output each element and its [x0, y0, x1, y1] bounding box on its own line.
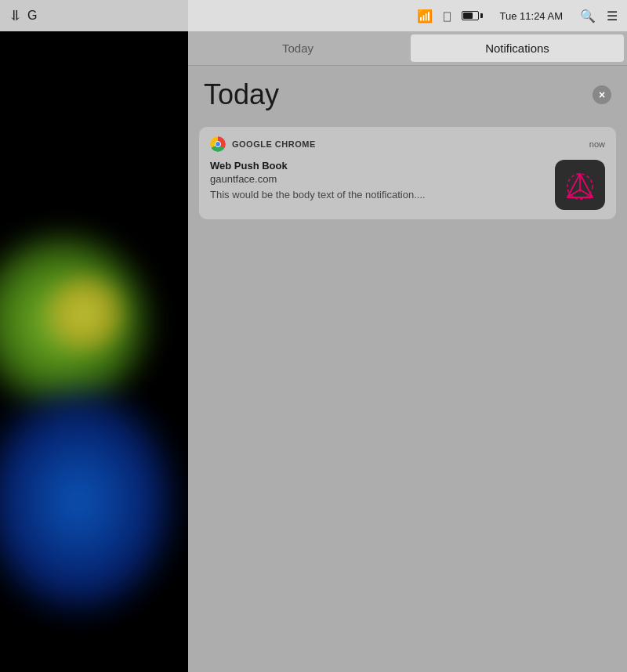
notification-site: gauntface.com [210, 173, 545, 185]
app-name: GOOGLE CHROME [232, 139, 589, 149]
card-body: Web Push Book gauntface.com This would b… [210, 160, 605, 210]
search-icon[interactable]: 🔍 [580, 9, 596, 23]
card-header: GOOGLE CHROME now [210, 136, 605, 152]
menubar-time: Tue 11:24 AM [500, 10, 563, 22]
chrome-icon [210, 136, 226, 152]
notification-body: This would be the body text of the notif… [210, 188, 545, 202]
today-header: Today × [188, 66, 627, 121]
battery-icon [462, 11, 483, 20]
notification-text: Web Push Book gauntface.com This would b… [210, 160, 545, 202]
notification-title: Web Push Book [210, 160, 545, 172]
notification-timestamp: now [589, 139, 605, 149]
tab-today[interactable]: Today [191, 34, 404, 62]
menubar: ⥥ G 📶 ⎕ Tue 11:24 AM 🔍 ☰ [0, 0, 627, 31]
tab-notifications[interactable]: Notifications [411, 34, 624, 62]
notification-app-icon [555, 160, 605, 210]
today-title: Today [204, 78, 279, 111]
notification-center-panel: Today Notifications Today × GOOGLE CHROM… [188, 31, 627, 672]
close-button[interactable]: × [593, 85, 611, 104]
paper-plane-icon [563, 168, 597, 202]
airplay-icon[interactable]: ⎕ [444, 9, 451, 23]
notification-card[interactable]: GOOGLE CHROME now Web Push Book gauntfac… [199, 127, 616, 219]
wifi-icon[interactable]: 📶 [417, 9, 433, 23]
google-icon[interactable]: G [27, 9, 37, 23]
tuner-icon[interactable]: ⥥ [9, 7, 21, 24]
menu-icon[interactable]: ☰ [607, 9, 618, 23]
desktop-background [0, 0, 188, 672]
tab-bar: Today Notifications [188, 31, 627, 66]
